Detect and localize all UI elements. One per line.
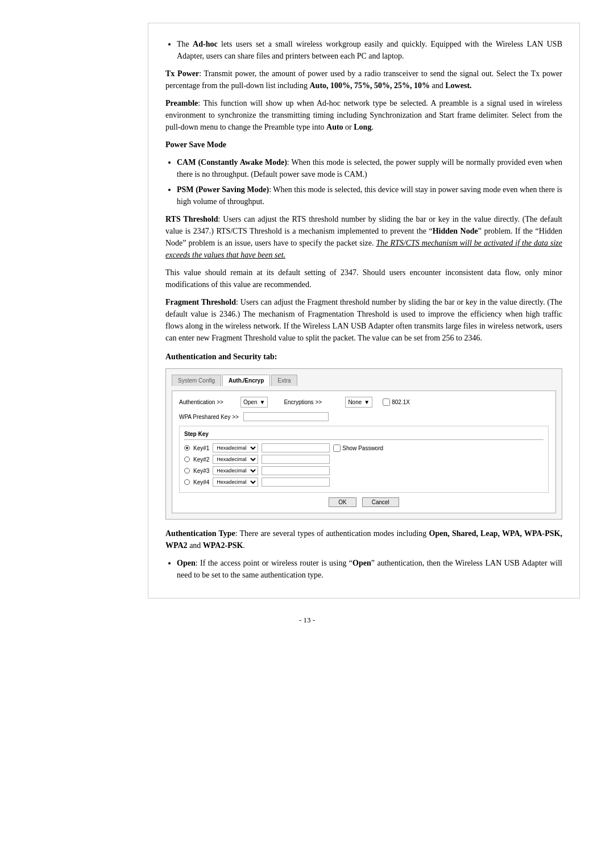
auth-value: Open xyxy=(243,398,257,406)
rts-heading: RTS Threshold xyxy=(165,215,218,223)
psm-heading: PSM (Power Saving Mode) xyxy=(177,185,269,194)
auth-type-heading: Authentication Type xyxy=(165,529,235,538)
wpa-key-input[interactable] xyxy=(243,412,329,421)
step-key-section: Step Key Key#1 Hexadecimal ASCII Show Pa… xyxy=(179,426,549,493)
key2-type-select[interactable]: Hexadecimal ASCII xyxy=(213,455,258,464)
8021x-label: 802.1X xyxy=(392,398,410,406)
encrypt-value: None xyxy=(348,398,362,406)
fragment-paragraph: Fragment Threshold: Users can adjust the… xyxy=(165,296,562,344)
preamble-heading: Preamble xyxy=(165,99,198,107)
key1-radio[interactable] xyxy=(184,445,190,451)
key1-value-input[interactable] xyxy=(262,443,330,452)
preamble-paragraph: Preamble: This function will show up whe… xyxy=(165,97,562,133)
rts-italic-underline: The RTS/CTS mechanism will be activated … xyxy=(165,239,562,259)
rts-paragraph: RTS Threshold: Users can adjust the RTS … xyxy=(165,213,562,261)
auth-security-heading: Authentication and Security tab: xyxy=(165,351,562,363)
show-password-checkbox[interactable] xyxy=(333,445,341,452)
tab-auth-encryp[interactable]: Auth./Encryp xyxy=(222,375,270,386)
key3-label: Key#3 xyxy=(193,467,209,475)
rts-default-paragraph: This value should remain at its default … xyxy=(165,267,562,290)
cam-heading: CAM (Constantly Awake Mode) xyxy=(177,158,287,167)
tab-system-config[interactable]: System Config xyxy=(172,375,221,386)
key3-radio[interactable] xyxy=(184,468,190,474)
key1-label: Key#1 xyxy=(193,444,209,452)
key4-value-input[interactable] xyxy=(262,477,330,487)
auth-row: Authentication >> Open ▼ Encryptions >> … xyxy=(179,397,549,408)
txpower-paragraph: Tx Power: Transmit power, the amount of … xyxy=(165,68,562,92)
key2-value-input[interactable] xyxy=(262,455,330,464)
key-row-3: Key#3 Hexadecimal ASCII xyxy=(184,466,544,475)
adhoc-bullet-item: The Ad-hoc lets users set a small wirele… xyxy=(177,38,562,62)
powersave-heading: Power Save Mode xyxy=(165,139,562,151)
auth-type-paragraph: Authentication Type: There are several t… xyxy=(165,528,562,551)
ui-screenshot: System Config Auth./Encryp Extra Authent… xyxy=(165,368,562,520)
key2-radio[interactable] xyxy=(184,456,190,462)
fragment-heading: Fragment Threshold xyxy=(165,298,236,306)
encrypt-select[interactable]: None ▼ xyxy=(345,397,372,408)
key4-radio[interactable] xyxy=(184,479,190,485)
cam-item: CAM (Constantly Awake Mode): When this m… xyxy=(177,156,562,180)
ui-body: Authentication >> Open ▼ Encryptions >> … xyxy=(172,391,556,513)
key4-type-select[interactable]: Hexadecimal ASCII xyxy=(213,477,258,487)
key-row-2: Key#2 Hexadecimal ASCII xyxy=(184,455,544,464)
wpa-row: WPA Preshared Key >> xyxy=(179,412,549,421)
key2-label: Key#2 xyxy=(193,455,209,464)
open-item: Open: If the access point or wireless ro… xyxy=(177,557,562,581)
encrypt-dropdown-arrow: ▼ xyxy=(364,398,370,406)
encrypt-label: Encryptions >> xyxy=(284,398,341,406)
wpa-key-label: WPA Preshared Key >> xyxy=(179,413,239,421)
key4-label: Key#4 xyxy=(193,478,209,487)
key-row-1: Key#1 Hexadecimal ASCII Show Password xyxy=(184,443,544,452)
8021x-checkbox-label: 802.1X xyxy=(383,398,410,406)
show-password-text: Show Password xyxy=(342,444,383,452)
8021x-checkbox[interactable] xyxy=(383,398,390,406)
open-heading: Open xyxy=(177,559,196,567)
txpower-heading: Tx Power xyxy=(165,69,199,78)
ok-button[interactable]: OK xyxy=(329,497,356,507)
auth-select[interactable]: Open ▼ xyxy=(240,397,268,408)
key-row-4: Key#4 Hexadecimal ASCII xyxy=(184,477,544,487)
key3-type-select[interactable]: Hexadecimal ASCII xyxy=(213,466,258,475)
ui-tabs: System Config Auth./Encryp Extra xyxy=(172,375,556,386)
adhoc-bullet-list: The Ad-hoc lets users set a small wirele… xyxy=(177,38,562,62)
cancel-button[interactable]: Cancel xyxy=(362,497,399,507)
key1-type-select[interactable]: Hexadecimal ASCII xyxy=(213,443,258,452)
psm-item: PSM (Power Saving Mode): When this mode … xyxy=(177,184,562,207)
page-number: - 13 - xyxy=(299,616,315,625)
key3-value-input[interactable] xyxy=(262,466,330,475)
button-row: OK Cancel xyxy=(179,497,549,507)
step-key-label: Step Key xyxy=(184,430,544,440)
show-password-label: Show Password xyxy=(333,444,383,452)
powersave-list: CAM (Constantly Awake Mode): When this m… xyxy=(177,156,562,207)
auth-label: Authentication >> xyxy=(179,398,236,406)
tab-extra[interactable]: Extra xyxy=(271,375,297,386)
auth-dropdown-arrow: ▼ xyxy=(259,398,265,406)
content-area: The Ad-hoc lets users set a small wirele… xyxy=(148,23,580,599)
page-wrapper: The Ad-hoc lets users set a small wirele… xyxy=(0,0,614,868)
open-list: Open: If the access point or wireless ro… xyxy=(177,557,562,581)
